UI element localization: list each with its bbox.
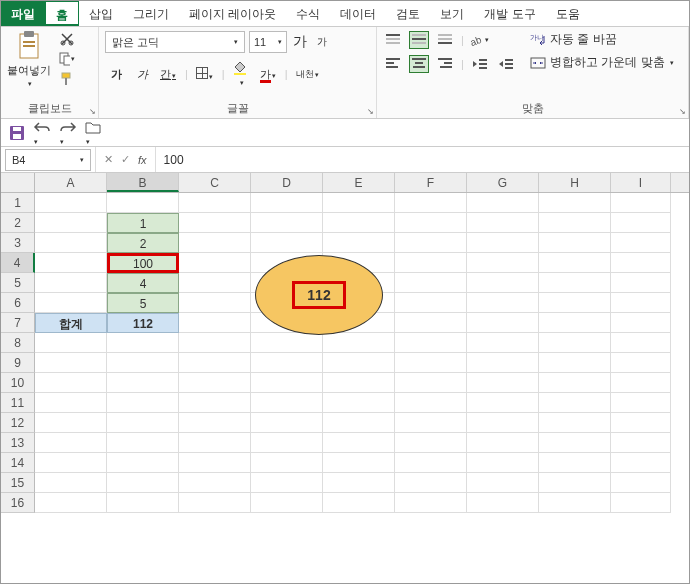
name-box[interactable]: B4 ▾ (5, 149, 91, 171)
fill-color-button[interactable]: ▾ (233, 61, 251, 87)
cell-I5[interactable] (611, 273, 671, 293)
cell-B10[interactable] (107, 373, 179, 393)
cell-I3[interactable] (611, 233, 671, 253)
cell-I6[interactable] (611, 293, 671, 313)
cell-F1[interactable] (395, 193, 467, 213)
cell-B3[interactable]: 2 (107, 233, 179, 253)
cell-D9[interactable] (251, 353, 323, 373)
cell-F3[interactable] (395, 233, 467, 253)
font-color-button[interactable]: 가▾ (259, 67, 277, 82)
oval-shape[interactable]: 112 (255, 255, 383, 335)
insert-function-button[interactable]: fx (138, 154, 147, 166)
cell-B11[interactable] (107, 393, 179, 413)
dialog-launcher-icon[interactable]: ↘ (89, 107, 96, 116)
cell-G8[interactable] (467, 333, 539, 353)
decrease-indent-button[interactable] (470, 55, 490, 73)
cell-H11[interactable] (539, 393, 611, 413)
row-header[interactable]: 3 (1, 233, 35, 253)
align-bottom-button[interactable] (435, 31, 455, 49)
cell-F10[interactable] (395, 373, 467, 393)
cell-F11[interactable] (395, 393, 467, 413)
cell-A5[interactable] (35, 273, 107, 293)
align-top-button[interactable] (383, 31, 403, 49)
italic-button[interactable]: 가 (133, 67, 151, 82)
underline-button[interactable]: 간▾ (159, 67, 177, 82)
cell-B7[interactable]: 112 (107, 313, 179, 333)
cell-E1[interactable] (323, 193, 395, 213)
cell-D12[interactable] (251, 413, 323, 433)
cell-C15[interactable] (179, 473, 251, 493)
shrink-font-button[interactable]: 가 (313, 35, 331, 49)
cell-C11[interactable] (179, 393, 251, 413)
cell-I16[interactable] (611, 493, 671, 513)
cell-B4[interactable]: 100 (107, 253, 179, 273)
cell-H14[interactable] (539, 453, 611, 473)
cell-H1[interactable] (539, 193, 611, 213)
cell-H5[interactable] (539, 273, 611, 293)
cell-C12[interactable] (179, 413, 251, 433)
select-all-corner[interactable] (1, 173, 35, 192)
cell-C7[interactable] (179, 313, 251, 333)
cell-A16[interactable] (35, 493, 107, 513)
cell-C16[interactable] (179, 493, 251, 513)
cell-H7[interactable] (539, 313, 611, 333)
cell-A3[interactable] (35, 233, 107, 253)
tab-insert[interactable]: 삽입 (79, 1, 123, 26)
cell-C13[interactable] (179, 433, 251, 453)
cell-E10[interactable] (323, 373, 395, 393)
cell-D13[interactable] (251, 433, 323, 453)
cell-B15[interactable] (107, 473, 179, 493)
cell-F13[interactable] (395, 433, 467, 453)
column-header[interactable]: A (35, 173, 107, 192)
cell-A10[interactable] (35, 373, 107, 393)
cell-F14[interactable] (395, 453, 467, 473)
tab-view[interactable]: 보기 (430, 1, 474, 26)
cell-H15[interactable] (539, 473, 611, 493)
cell-E8[interactable] (323, 333, 395, 353)
merge-center-button[interactable]: 병합하고 가운데 맞춤 ▾ (530, 54, 674, 71)
tab-help[interactable]: 도움 (546, 1, 590, 26)
cell-G4[interactable] (467, 253, 539, 273)
cell-E16[interactable] (323, 493, 395, 513)
row-header[interactable]: 7 (1, 313, 35, 333)
font-size-select[interactable]: 11 ▾ (249, 31, 287, 53)
cell-C14[interactable] (179, 453, 251, 473)
row-header[interactable]: 6 (1, 293, 35, 313)
cell-H4[interactable] (539, 253, 611, 273)
cell-B12[interactable] (107, 413, 179, 433)
cell-F4[interactable] (395, 253, 467, 273)
dialog-launcher-icon[interactable]: ↘ (679, 107, 686, 116)
column-header[interactable]: E (323, 173, 395, 192)
cell-F6[interactable] (395, 293, 467, 313)
cell-G7[interactable] (467, 313, 539, 333)
cell-E13[interactable] (323, 433, 395, 453)
cell-D11[interactable] (251, 393, 323, 413)
cell-H10[interactable] (539, 373, 611, 393)
cell-I12[interactable] (611, 413, 671, 433)
cell-D15[interactable] (251, 473, 323, 493)
cell-D2[interactable] (251, 213, 323, 233)
row-header[interactable]: 2 (1, 213, 35, 233)
cell-D16[interactable] (251, 493, 323, 513)
redo-button[interactable]: ▾ (59, 120, 77, 146)
cell-I2[interactable] (611, 213, 671, 233)
cell-C6[interactable] (179, 293, 251, 313)
cell-H8[interactable] (539, 333, 611, 353)
formula-input[interactable]: 100 (156, 153, 689, 167)
wrap-text-button[interactable]: 가나 자동 줄 바꿈 (530, 31, 674, 48)
row-header[interactable]: 4 (1, 253, 35, 273)
cell-G2[interactable] (467, 213, 539, 233)
cell-B13[interactable] (107, 433, 179, 453)
cell-C9[interactable] (179, 353, 251, 373)
column-header[interactable]: I (611, 173, 671, 192)
cell-I10[interactable] (611, 373, 671, 393)
row-header[interactable]: 9 (1, 353, 35, 373)
copy-button[interactable]: ▾ (59, 51, 75, 67)
cell-A6[interactable] (35, 293, 107, 313)
border-button[interactable]: ▾ (196, 67, 214, 81)
cell-H13[interactable] (539, 433, 611, 453)
column-header[interactable]: H (539, 173, 611, 192)
cell-G13[interactable] (467, 433, 539, 453)
cell-F2[interactable] (395, 213, 467, 233)
cell-I9[interactable] (611, 353, 671, 373)
